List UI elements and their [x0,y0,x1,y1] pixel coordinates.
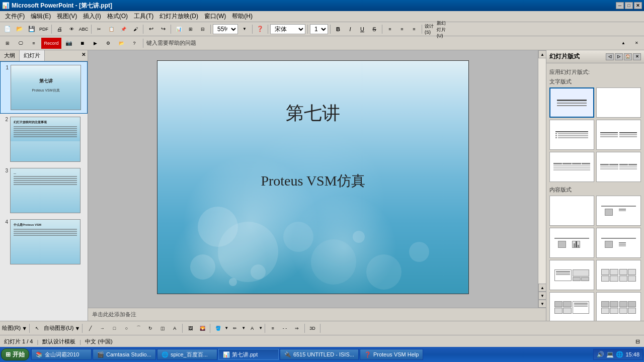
layout-content-5[interactable] [549,260,594,290]
menu-view[interactable]: 视图(V) [54,11,80,22]
layout-content-3[interactable] [549,228,594,258]
undo-button[interactable]: ↩ [145,24,156,35]
taskbar-item-spice[interactable]: 🌐 spice_百度百... [157,349,217,360]
dash-style[interactable]: - - [279,323,290,334]
expand-rp[interactable]: ✕ [631,38,642,49]
new-slide-button[interactable]: 新幻灯片(U) [436,24,447,35]
taskbar-item-ppt[interactable]: 📊 第七讲.ppt [218,349,279,360]
rotate-button[interactable]: ↻ [145,323,156,334]
menu-format[interactable]: 格式(O) [104,11,131,22]
ellipse-button[interactable]: ○ [121,323,132,334]
strikethrough-button[interactable]: S [369,24,380,35]
vscroll-prev-slide[interactable]: ▲ [538,284,546,292]
align-right-button[interactable]: ≡ [409,24,420,35]
save-button[interactable]: 💾 [26,24,37,35]
preview-button[interactable]: 👁 [66,24,77,35]
taskbar-item-isis[interactable]: 🔌 6515 UNTITLED - ISIS... [280,349,359,360]
editor-area[interactable]: 第七讲 Proteus VSM仿真 [88,50,538,308]
slide-thumb-2[interactable]: 2 幻灯片放映时的注意事项 [0,114,88,165]
rect-button[interactable]: □ [109,323,120,334]
record-button[interactable]: Record [41,38,61,49]
line-dropdown[interactable]: ▼ [242,326,246,330]
menu-window[interactable]: 窗口(W) [201,11,229,22]
pdf-button[interactable]: PDF [38,24,49,35]
new-button[interactable]: 📄 [2,24,13,35]
font-size-select[interactable]: 18 [310,24,328,34]
help-icon[interactable]: ❓ [255,24,266,35]
menu-edit[interactable]: 编辑(E) [28,11,54,22]
slide-thumb-4[interactable]: 4 什么是Proteus VSM [0,216,88,267]
select-button[interactable]: ↖ [32,323,43,334]
bold-button[interactable]: B [333,24,344,35]
copy-button[interactable]: 📋 [106,24,117,35]
layout-text-5[interactable] [549,152,594,182]
rp-close-button[interactable]: ✕ [633,53,641,60]
menu-tools[interactable]: 工具(T) [131,11,156,22]
view-outline[interactable]: ≡ [28,38,39,49]
rec-help[interactable]: ? [129,38,140,49]
rec-play[interactable]: ▶ [90,38,101,49]
slide-title[interactable]: 第七讲 [157,101,468,126]
slide-canvas[interactable]: 第七讲 Proteus VSM仿真 [157,60,469,294]
vscroll-up[interactable]: ▲ [538,50,546,58]
maximize-button[interactable]: □ [625,2,633,9]
layout-text-4[interactable] [596,120,641,150]
font-name-select[interactable]: 宋体 [270,24,305,34]
rp-forward-button[interactable]: ▷ [615,53,623,60]
rp-home-button[interactable]: 🏠 [624,53,632,60]
fill-dropdown[interactable]: ▼ [224,326,228,330]
line-button[interactable]: ╱ [85,323,96,334]
menu-insert[interactable]: 插入(I) [80,11,104,22]
zoom-select[interactable]: 55% [213,24,238,34]
chart-button[interactable]: 📊 [173,24,184,35]
taskbar-item-jinshancipu[interactable]: 📚 金山词霸2010 [31,349,92,360]
menu-file[interactable]: 文件(F) [2,11,28,22]
paste-button[interactable]: 📌 [118,24,129,35]
rec-settings[interactable]: ⚙ [103,38,114,49]
view-normal[interactable]: ⊞ [2,38,13,49]
rec-open[interactable]: 📂 [116,38,127,49]
tab-slides[interactable]: 幻灯片 [20,50,45,61]
connector-button[interactable]: ⌒ [133,323,144,334]
layout-content-7[interactable] [549,292,594,321]
panel-close-button[interactable]: ✕ [79,50,88,58]
layout-content-1[interactable] [549,196,594,226]
start-button[interactable]: ⊞ 开始 [1,348,29,360]
vscroll-down[interactable]: ▼ [538,300,546,308]
spell-button[interactable]: ABC [78,24,89,35]
layout-content-8[interactable] [596,292,641,321]
wordart-button[interactable]: A [169,323,180,334]
tab-outline[interactable]: 大纲 [0,50,20,61]
zoom-dropdown[interactable]: ▼ [239,24,250,35]
slide-thumb-1[interactable]: 1 第七讲 Proteus VSM仿真 [0,61,88,114]
shape-dropdown[interactable]: ▼ [74,325,80,331]
3d-button[interactable]: 3D [307,323,318,334]
insert-clip[interactable]: 🖼 [185,323,196,334]
line-style[interactable]: ≡ [267,323,278,334]
draw-dropdown[interactable]: ▼ [22,325,27,331]
layout-text-1[interactable] [549,87,594,118]
slide-subtitle[interactable]: Proteus VSM仿真 [157,171,468,191]
layout-text-6[interactable] [596,152,641,182]
vscroll-next-slide[interactable]: ▼ [538,292,546,300]
italic-button[interactable]: I [345,24,356,35]
close-button[interactable]: ✕ [634,2,642,9]
layout-text-2[interactable] [596,87,641,118]
rec-cam[interactable]: 📷 [63,38,74,49]
layout-content-4[interactable] [596,228,641,258]
menu-help[interactable]: 帮助(H) [229,11,256,22]
slide-thumb-3[interactable]: 3 ... [0,165,88,216]
arrow-style[interactable]: ⇒ [291,323,302,334]
rp-back-button[interactable]: ◁ [606,53,614,60]
menu-slideshow[interactable]: 幻灯片放映(D) [156,11,201,22]
minimize-button[interactable]: ─ [616,2,624,9]
design-button[interactable]: 设计(S) [424,24,435,35]
minimize-rp[interactable]: ▲ [618,38,629,49]
layout-content-6[interactable] [596,260,641,290]
cut-button[interactable]: ✂ [94,24,105,35]
line-color[interactable]: ✏ [229,323,240,334]
taskbar-item-proteus-help[interactable]: ❓ Proteus VSM Help [360,349,423,360]
table-button[interactable]: ⊞ [185,24,196,35]
font-color[interactable]: A [247,323,258,334]
align-left-button[interactable]: ≡ [384,24,395,35]
